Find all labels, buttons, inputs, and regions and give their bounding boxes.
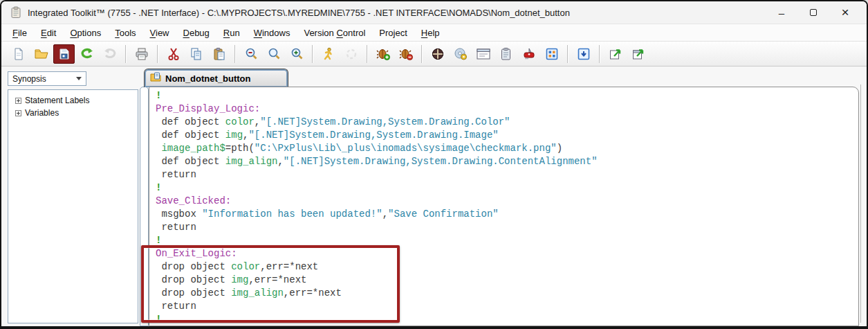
toolbar-separator bbox=[367, 45, 367, 63]
paste-icon bbox=[212, 47, 226, 61]
expand-plus-icon[interactable] bbox=[15, 98, 21, 104]
menu-item-version-control[interactable]: Version Control bbox=[297, 26, 372, 40]
form-icon bbox=[476, 47, 491, 61]
menu-item-tools[interactable]: Tools bbox=[108, 26, 142, 40]
open-button[interactable] bbox=[30, 44, 52, 64]
redo-icon bbox=[102, 47, 118, 61]
code-line: image_path$=pth("C:\PxPlus\Lib\_plus\ino… bbox=[156, 142, 856, 155]
utility-tool-button[interactable] bbox=[518, 44, 539, 64]
menu-item-project[interactable]: Project bbox=[372, 26, 414, 40]
editor-gutter[interactable] bbox=[140, 87, 149, 326]
zoom-in-icon bbox=[290, 47, 304, 61]
code-line: def object img_align,"[.NET]System.Drawi… bbox=[156, 155, 856, 168]
zoom-out-button[interactable] bbox=[240, 44, 261, 64]
new-file-icon bbox=[12, 47, 26, 61]
code-line: drop object img_align,err=*next bbox=[156, 287, 856, 300]
run-button[interactable] bbox=[317, 44, 339, 64]
save-icon bbox=[57, 47, 71, 61]
export-run-window-button[interactable] bbox=[627, 44, 649, 64]
clipboard-icon bbox=[499, 47, 513, 61]
window-title: Integrated Toolkit™ (7755 - .NET Interfa… bbox=[28, 8, 570, 18]
menu-item-edit[interactable]: Edit bbox=[34, 26, 63, 40]
menu-item-run[interactable]: Run bbox=[216, 26, 247, 40]
tab-label: Nom_dotnet_button bbox=[165, 73, 250, 84]
print-icon bbox=[134, 47, 149, 61]
remove-breakpoint-button[interactable] bbox=[395, 44, 416, 64]
menu-item-view[interactable]: View bbox=[143, 26, 176, 40]
undo-icon bbox=[80, 47, 95, 61]
menu-item-options[interactable]: Options bbox=[63, 26, 108, 40]
disc-tool-button[interactable] bbox=[450, 44, 471, 64]
panel-icon bbox=[545, 47, 559, 61]
refresh-icon bbox=[344, 47, 358, 61]
dock-icon bbox=[577, 47, 591, 61]
export-icon bbox=[609, 47, 622, 61]
minimize-button[interactable]: – bbox=[766, 2, 797, 23]
add-breakpoint-button[interactable] bbox=[372, 44, 394, 64]
code-line: return bbox=[156, 300, 856, 313]
new-file-button[interactable] bbox=[8, 44, 29, 64]
sphere-icon bbox=[431, 47, 445, 61]
outline-tree-panel: Statement LabelsVariables bbox=[8, 89, 138, 323]
export-window-button[interactable] bbox=[604, 44, 626, 64]
zoom-button[interactable] bbox=[263, 44, 284, 64]
app-icon bbox=[10, 6, 22, 19]
redo-button bbox=[99, 44, 120, 64]
maximize-icon bbox=[810, 9, 817, 16]
vertical-scrollbar[interactable] bbox=[860, 85, 861, 323]
content-area: Synopsis Statement LabelsVariables Nom_d… bbox=[1, 66, 867, 326]
tree-item-label: Variables bbox=[25, 108, 59, 118]
paste-button[interactable] bbox=[208, 44, 230, 64]
panel-designer-button[interactable] bbox=[541, 44, 562, 64]
toolbar-separator bbox=[599, 45, 600, 63]
maximize-button[interactable] bbox=[797, 2, 829, 23]
undo-button[interactable] bbox=[76, 44, 98, 64]
synopsis-dropdown[interactable]: Synopsis bbox=[8, 71, 86, 86]
toolbar-separator bbox=[421, 45, 422, 63]
code-line: drop object img,err=*next bbox=[156, 274, 856, 287]
dock-window-button[interactable] bbox=[573, 44, 594, 64]
code-line: On_Exit_Logic: bbox=[156, 247, 856, 260]
expand-plus-icon[interactable] bbox=[15, 110, 21, 116]
tab-file-icon bbox=[150, 72, 161, 85]
code-line: Save_Clicked: bbox=[156, 195, 856, 208]
menu-item-windows[interactable]: Windows bbox=[247, 26, 297, 40]
code-editor[interactable]: !Pre_Display_Logic: def object color,"[.… bbox=[149, 87, 859, 326]
menu-item-file[interactable]: File bbox=[6, 26, 34, 40]
save-button[interactable] bbox=[53, 44, 75, 64]
disc-icon bbox=[454, 47, 468, 61]
copy-button[interactable] bbox=[185, 44, 207, 64]
zoom-in-button[interactable] bbox=[286, 44, 307, 64]
bug-remove-icon bbox=[398, 47, 414, 61]
synopsis-dropdown-value: Synopsis bbox=[12, 74, 46, 84]
zoom-out-icon bbox=[244, 47, 258, 61]
tree-item-statement-labels[interactable]: Statement Labels bbox=[11, 94, 135, 107]
menu-item-help[interactable]: Help bbox=[414, 26, 447, 40]
toolbar-separator bbox=[312, 45, 313, 63]
cut-icon bbox=[167, 47, 181, 61]
close-button[interactable]: × bbox=[829, 2, 861, 23]
toolbar-separator bbox=[234, 45, 235, 63]
knife-icon bbox=[522, 47, 536, 61]
tab-nom-dotnet-button[interactable]: Nom_dotnet_button bbox=[144, 69, 288, 87]
cut-button[interactable] bbox=[163, 44, 184, 64]
print-button[interactable] bbox=[131, 44, 152, 64]
run-icon bbox=[322, 47, 335, 61]
toolbar bbox=[1, 41, 867, 66]
open-folder-icon bbox=[34, 47, 49, 61]
code-line: def object img,"[.NET]System.Drawing,Sys… bbox=[156, 129, 856, 142]
code-line: return bbox=[156, 221, 856, 234]
web-tool-button[interactable] bbox=[427, 44, 448, 64]
toolbar-separator bbox=[125, 45, 126, 63]
menu-bar: FileEditOptionsToolsViewDebugRunWindowsV… bbox=[1, 24, 867, 41]
tree-item-label: Statement Labels bbox=[25, 96, 89, 105]
form-tool-button[interactable] bbox=[472, 44, 494, 64]
menu-item-debug[interactable]: Debug bbox=[176, 26, 216, 40]
code-line: return bbox=[156, 168, 856, 181]
code-line: ! bbox=[156, 234, 856, 247]
app-window: Integrated Toolkit™ (7755 - .NET Interfa… bbox=[0, 0, 868, 329]
toolbar-separator bbox=[157, 45, 158, 63]
clipboard-tool-button[interactable] bbox=[495, 44, 517, 64]
tree-item-variables[interactable]: Variables bbox=[11, 107, 135, 119]
code-line: def object color,"[.NET]System.Drawing,S… bbox=[156, 116, 856, 129]
